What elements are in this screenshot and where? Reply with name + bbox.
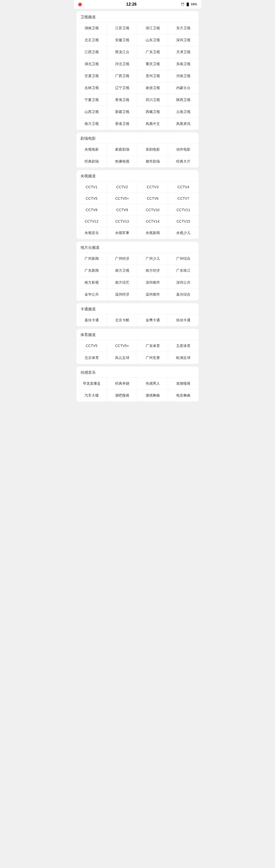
channel-cell[interactable]: CCTV5+ <box>107 340 138 352</box>
channel-cell[interactable]: 喜剧电影 <box>138 144 168 156</box>
channel-cell[interactable]: CCTV5+ <box>107 193 138 204</box>
channel-cell[interactable]: 温州都市 <box>138 289 168 301</box>
channel-cell[interactable]: 温州经济 <box>107 289 138 301</box>
channel-cell[interactable]: 辽宁卫视 <box>107 82 138 94</box>
channel-cell[interactable]: 河南卫视 <box>168 70 199 82</box>
channel-cell[interactable]: 广东体育 <box>138 340 168 352</box>
channel-cell[interactable]: 动作电影 <box>168 144 199 156</box>
channel-cell[interactable]: 青海卫视 <box>107 94 138 106</box>
channel-cell[interactable]: 深圳公共 <box>168 277 199 289</box>
channel-cell[interactable]: 凤凰资讯 <box>168 118 199 130</box>
channel-cell[interactable]: 甘肃卫视 <box>76 70 107 82</box>
channel-cell[interactable]: 央视音乐 <box>76 227 107 239</box>
channel-cell[interactable]: 四川卫视 <box>138 94 168 106</box>
channel-cell[interactable]: 央视军事 <box>107 227 138 239</box>
channel-cell[interactable]: 汽车大碟 <box>76 390 107 402</box>
channel-cell[interactable]: 山东卫视 <box>138 34 168 46</box>
channel-cell[interactable]: 香港卫视 <box>107 118 138 130</box>
channel-cell[interactable]: 风云足球 <box>107 352 138 364</box>
channel-cell[interactable]: 广东卫视 <box>138 46 168 58</box>
channel-cell[interactable]: 广东新闻 <box>76 265 107 277</box>
channel-cell[interactable]: 贵州卫视 <box>138 70 168 82</box>
channel-cell[interactable]: CCTV5 <box>76 340 107 352</box>
channel-cell[interactable]: CCTV14 <box>138 216 168 227</box>
channel-cell[interactable]: 家庭剧场 <box>107 144 138 156</box>
channel-cell[interactable]: 广州综合 <box>168 253 199 265</box>
channel-cell[interactable]: CCTV1 <box>76 181 107 193</box>
channel-cell[interactable]: 嘉兴综合 <box>168 289 199 301</box>
channel-cell[interactable]: 炫动卡通 <box>168 314 199 327</box>
channel-cell[interactable]: 东方卫视 <box>168 22 199 34</box>
channel-cell[interactable]: 北京体育 <box>76 352 107 364</box>
channel-cell[interactable]: 广东珠江 <box>168 265 199 277</box>
channel-cell[interactable]: 山西卫视 <box>76 106 107 118</box>
channel-cell[interactable]: CCTV9 <box>107 204 138 216</box>
channel-cell[interactable]: 广州竞赛 <box>138 352 168 364</box>
channel-cell[interactable]: 五星体育 <box>168 340 199 352</box>
channel-cell[interactable]: 激情舞曲 <box>138 390 168 402</box>
channel-cell[interactable]: 河北卫视 <box>107 58 138 70</box>
channel-cell[interactable]: 广州少儿 <box>138 253 168 265</box>
channel-cell[interactable]: 黑龙江台 <box>107 46 138 58</box>
channel-cell[interactable]: CCTV3 <box>138 181 168 193</box>
channel-cell[interactable]: CCTV8 <box>76 204 107 216</box>
channel-cell[interactable]: 凤凰中文 <box>138 118 168 130</box>
channel-cell[interactable]: 央视少儿 <box>168 227 199 239</box>
channel-cell[interactable]: 金华公共 <box>76 289 107 301</box>
channel-cell[interactable]: 江苏卫视 <box>107 22 138 34</box>
channel-cell[interactable]: 经典剧场 <box>76 156 107 168</box>
channel-cell[interactable]: 广州新闻 <box>76 253 107 265</box>
channel-cell[interactable]: 江西卫视 <box>76 46 107 58</box>
channel-cell[interactable]: 酒吧慢摇 <box>107 390 138 402</box>
channel-cell[interactable]: 南方卫视 <box>76 118 107 130</box>
channel-cell[interactable]: CCTV6 <box>138 193 168 204</box>
channel-cell[interactable]: 经典大片 <box>168 156 199 168</box>
channel-cell[interactable]: CCTV10 <box>138 204 168 216</box>
channel-cell[interactable]: 深圳卫视 <box>168 34 199 46</box>
channel-cell[interactable]: 东南卫视 <box>168 58 199 70</box>
channel-cell[interactable]: 都市剧场 <box>138 156 168 168</box>
channel-cell[interactable]: 重庆卫视 <box>138 58 168 70</box>
channel-cell[interactable]: 南方卫视 <box>107 265 138 277</box>
channel-cell[interactable]: 热播电视 <box>107 156 138 168</box>
channel-cell[interactable]: 央视电影 <box>76 144 107 156</box>
channel-cell[interactable]: 北京卫视 <box>76 34 107 46</box>
channel-cell[interactable]: CCTV11 <box>168 204 199 216</box>
channel-cell[interactable]: 发烧慢摇 <box>168 378 199 390</box>
channel-cell[interactable]: 央视新闻 <box>138 227 168 239</box>
channel-cell[interactable]: CCTV13 <box>107 216 138 227</box>
channel-cell[interactable]: 天津卫视 <box>168 46 199 58</box>
channel-cell[interactable]: 经典串烧 <box>107 378 138 390</box>
channel-cell[interactable]: 吉林卫视 <box>76 82 107 94</box>
channel-cell[interactable]: 旅游卫视 <box>138 82 168 94</box>
channel-cell[interactable]: 深圳都市 <box>138 277 168 289</box>
channel-cell[interactable]: 电音舞曲 <box>168 390 199 402</box>
channel-cell[interactable]: 华龙直播盒 <box>76 378 107 390</box>
channel-cell[interactable]: 广西卫视 <box>107 70 138 82</box>
channel-cell[interactable]: 西藏卫视 <box>138 106 168 118</box>
channel-cell[interactable]: 湖南卫视 <box>76 22 107 34</box>
channel-cell[interactable]: 云南卫视 <box>168 106 199 118</box>
channel-cell[interactable]: 内蒙古台 <box>168 82 199 94</box>
channel-cell[interactable]: CCTV5 <box>76 193 107 204</box>
channel-cell[interactable]: 宁夏卫视 <box>76 94 107 106</box>
channel-cell[interactable]: 陕西卫视 <box>168 94 199 106</box>
channel-cell[interactable]: 嘉佳卡通 <box>76 314 107 327</box>
channel-cell[interactable]: 北京卡酷 <box>107 314 138 327</box>
channel-cell[interactable]: 伤感男人 <box>138 378 168 390</box>
channel-cell[interactable]: 南方综艺 <box>107 277 138 289</box>
channel-cell[interactable]: 湖北卫视 <box>76 58 107 70</box>
channel-cell[interactable]: CCTV7 <box>168 193 199 204</box>
channel-cell[interactable]: 金鹰卡通 <box>138 314 168 327</box>
channel-cell[interactable]: 欧洲足球 <box>168 352 199 364</box>
channel-cell[interactable]: CCTV4 <box>168 181 199 193</box>
channel-cell[interactable]: CCTV15 <box>168 216 199 227</box>
channel-cell[interactable]: 广州经济 <box>107 253 138 265</box>
channel-cell[interactable]: 新疆卫视 <box>107 106 138 118</box>
channel-cell[interactable]: 南方经济 <box>138 265 168 277</box>
channel-cell[interactable]: 南方影视 <box>76 277 107 289</box>
channel-cell[interactable]: 浙江卫视 <box>138 22 168 34</box>
channel-cell[interactable]: 安徽卫视 <box>107 34 138 46</box>
channel-cell[interactable]: CCTV12 <box>76 216 107 227</box>
channel-cell[interactable]: CCTV2 <box>107 181 138 193</box>
